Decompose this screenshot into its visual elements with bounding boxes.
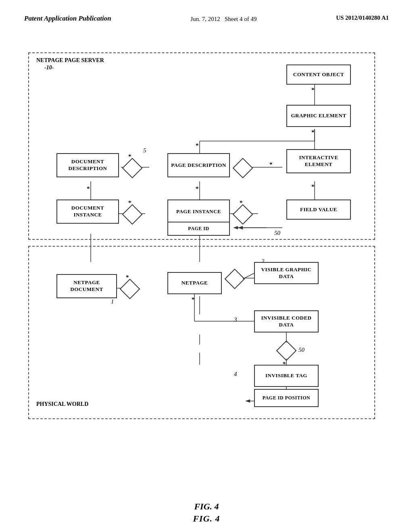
page-instance-node: PAGE INSTANCE bbox=[167, 200, 230, 224]
asterisk-di-pi: * bbox=[128, 200, 131, 206]
patent-publication-label: Patent Application Publication bbox=[24, 15, 111, 23]
field-value-node: FIELD VALUE bbox=[286, 200, 351, 220]
invisible-tag-node: INVISIBLE TAG bbox=[254, 365, 319, 387]
page-id-top-node: PAGE ID bbox=[167, 222, 230, 236]
figure-caption-main: FIG. 4 bbox=[194, 501, 219, 512]
page-id-position-node: PAGE ID POSITION bbox=[254, 389, 319, 407]
publication-date-sheet: Jun. 7, 2012 Sheet 4 of 49 bbox=[190, 15, 257, 24]
diamond-dd-pd bbox=[124, 160, 140, 176]
top-section-label: NETPAGE PAGE SERVER bbox=[36, 57, 104, 64]
figure-caption: FIG. 4 bbox=[193, 513, 220, 524]
asterisk-co-ge: * bbox=[311, 87, 315, 94]
diamond-pi-fv bbox=[235, 206, 251, 222]
diamond-nd-n bbox=[122, 281, 138, 297]
num-3-label: 3 bbox=[234, 316, 237, 323]
asterisk-dd-pd: * bbox=[128, 153, 131, 160]
num-50-top-label: 50 bbox=[274, 230, 280, 237]
visible-graphic-data-node: VISIBLE GRAPHIC DATA bbox=[254, 262, 319, 284]
page-description-node: PAGE DESCRIPTION bbox=[167, 153, 230, 177]
diamond-n-vgd bbox=[227, 271, 243, 287]
diamond-pd-ie bbox=[235, 160, 251, 176]
graphic-element-node: GRAPHIC ELEMENT bbox=[286, 105, 351, 127]
document-instance-node: DOCUMENT INSTANCE bbox=[56, 200, 119, 224]
asterisk-ie-fv: * bbox=[311, 183, 315, 190]
asterisk-n-icd: * bbox=[192, 296, 195, 303]
asterisk-ge-ie: * bbox=[311, 129, 315, 136]
interactive-element-node: INTERACTIVE ELEMENT bbox=[286, 149, 351, 173]
document-description-node: DOCUMENT DESCRIPTION bbox=[56, 153, 119, 177]
top-section-id: -10- bbox=[44, 64, 54, 71]
asterisk-pi-fv: * bbox=[240, 200, 243, 206]
asterisk-nd-n: * bbox=[126, 274, 129, 281]
diamond-icd-it bbox=[278, 343, 294, 359]
asterisk-dd-di: * bbox=[87, 185, 90, 192]
netpage-document-node: NETPAGE DOCUMENT bbox=[56, 274, 117, 298]
bottom-section-label: PHYSICAL WORLD bbox=[36, 401, 88, 407]
invisible-coded-data-node: INVISIBLE CODED DATA bbox=[254, 310, 319, 332]
asterisk-pd-ie: * bbox=[269, 161, 273, 168]
num-4-label: 4 bbox=[234, 371, 237, 378]
num-1-label: 1 bbox=[111, 298, 114, 305]
patent-number: US 2012/0140280 A1 bbox=[336, 15, 389, 21]
content-object-node: CONTENT OBJECT bbox=[286, 64, 351, 85]
num-50-bottom-label: 50 bbox=[298, 347, 305, 353]
netpage-node: NETPAGE bbox=[167, 272, 222, 294]
diamond-di-pi bbox=[124, 206, 140, 222]
asterisk-pd-ge: * bbox=[196, 142, 199, 149]
num-5-label: 5 bbox=[143, 147, 146, 154]
asterisk-pd-pi: * bbox=[196, 185, 199, 192]
